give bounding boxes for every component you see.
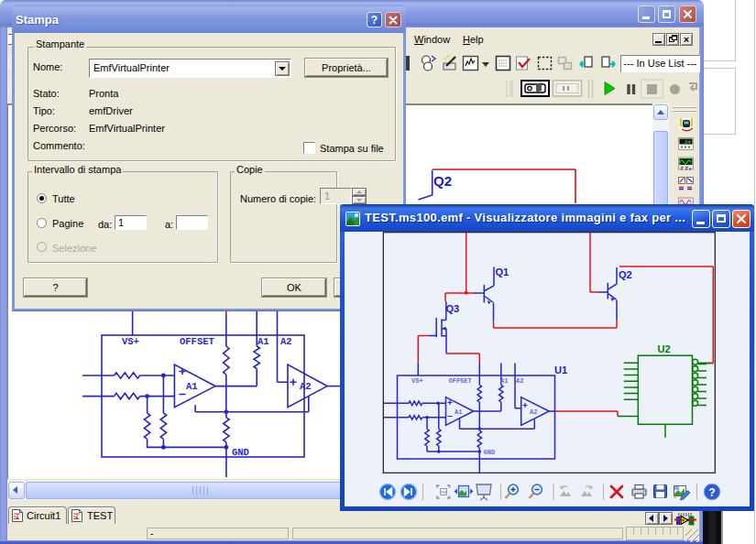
svg-text:Q1: Q1: [496, 267, 509, 277]
svg-text:A1: A1: [455, 408, 462, 416]
svg-text:A2: A2: [516, 377, 523, 385]
svg-text:U2: U2: [658, 343, 671, 354]
svg-text:VS+: VS+: [411, 377, 423, 385]
svg-text:OFFSET: OFFSET: [449, 377, 472, 385]
svg-text:U1: U1: [554, 364, 567, 375]
svg-text:GND: GND: [484, 449, 496, 456]
svg-text:Q2: Q2: [619, 269, 632, 280]
svg-text:Q3: Q3: [446, 303, 460, 314]
svg-text:A2: A2: [530, 408, 537, 416]
svg-text:A1: A1: [500, 377, 508, 385]
svg-text:?: ?: [708, 486, 715, 499]
